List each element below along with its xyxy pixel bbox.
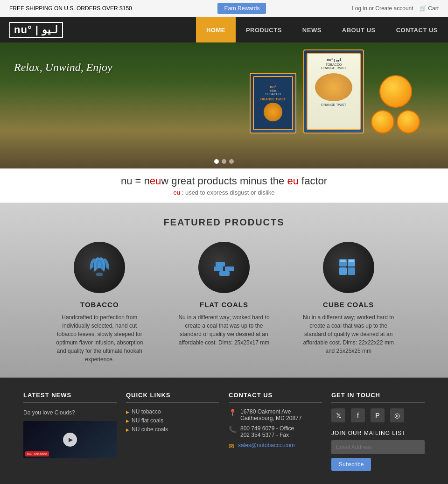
hero-tagline-bar: nu = neuw great products minus the eu fa… [0, 168, 448, 203]
flat-coals-icon-circle [198, 242, 250, 293]
nav-contact[interactable]: CONTACT US [386, 17, 448, 42]
news-item-label: Do you love Clouds? [23, 408, 117, 417]
address-line2: Gaithersburg, MD 20877 [240, 415, 301, 421]
mailing-list-label: JOIN OUR MAILING LIST [331, 430, 425, 436]
footer-contact: CONTACT US 📍 16780 Oakmont Ave Gaithersb… [229, 392, 322, 471]
hero-tagline: Relax, Unwind, Enjoy [14, 61, 112, 74]
quick-link-tobacco[interactable]: NU tobacco [126, 408, 219, 415]
svg-rect-1 [214, 267, 223, 271]
footer-get-in-touch: GET IN TOUCH 𝕏 f P ◎ JOIN OUR MAILING LI… [331, 392, 425, 471]
hero-dot-3[interactable] [229, 159, 234, 164]
footer-latest-news: LATEST NEWS Do you love Clouds? NU Tobac… [23, 392, 117, 471]
cube-coals-name: CUBE COALS [302, 301, 395, 309]
cart-icon: 🛒 [420, 5, 427, 12]
footer-quick-links: QUICK LINKS NU tobacco NU flat coals NU … [126, 392, 219, 471]
twitter-icon[interactable]: 𝕏 [331, 408, 345, 422]
address-line1: 16780 Oakmont Ave [240, 408, 291, 415]
subscribe-button[interactable]: Subscribe [331, 458, 371, 471]
svg-rect-3 [225, 267, 234, 271]
top-bar: FREE SHIPPING ON U.S. ORDERS OVER $150 E… [0, 0, 448, 17]
instagram-icon[interactable]: ◎ [390, 408, 404, 422]
news-thumbnail: NU Tobacco [23, 421, 117, 458]
email-icon: ✉ [229, 442, 234, 450]
hero-highlight-2: eu [287, 175, 298, 187]
flat-coals-name: FLAT COALS [177, 301, 271, 309]
contact-address: 📍 16780 Oakmont Ave Gaithersburg, MD 208… [229, 408, 322, 421]
footer-main: LATEST NEWS Do you love Clouds? NU Tobac… [0, 378, 448, 484]
logo-text: nu° | لـيو [9, 22, 63, 38]
nav-about[interactable]: ABOUT US [332, 17, 386, 42]
address-text: 16780 Oakmont Ave Gaithersburg, MD 20877 [240, 408, 301, 421]
cube-coals-icon [335, 253, 363, 281]
svg-rect-2 [216, 262, 225, 267]
main-nav: HOME PRODUCTS NEWS ABOUT US CONTACT US [196, 17, 448, 42]
nav-home[interactable]: HOME [196, 17, 236, 42]
contact-title: CONTACT US [229, 392, 322, 403]
flat-coals-icon [210, 253, 238, 281]
tobacco-icon [85, 253, 113, 281]
navbar: nu° | لـيو HOME PRODUCTS NEWS ABOUT US C… [0, 17, 448, 42]
hero-sub-text: eu : used to express disgust or dislike [7, 189, 441, 196]
footer-grid: LATEST NEWS Do you love Clouds? NU Tobac… [23, 392, 425, 471]
create-account-link[interactable]: Create account [375, 5, 413, 12]
phone-icon: 📞 [229, 426, 237, 433]
tobacco-name: TOBACCO [53, 301, 146, 309]
products-row: TOBACCO Handcrafted to perfection from i… [37, 242, 411, 364]
hero-banner: Relax, Unwind, Enjoy nu° e50sTOBACCO ORA… [0, 42, 448, 168]
earn-rewards-button[interactable]: Earn Rewards [217, 3, 266, 14]
login-link[interactable]: Log in [352, 5, 367, 12]
hero-dot-1[interactable] [214, 159, 219, 164]
cube-coals-desc: Nu in a different way; worked hard to cr… [302, 313, 395, 355]
hero-main-text: nu = neuw great products minus the eu fa… [7, 175, 441, 187]
contact-email: ✉ sales@nutobacco.com [229, 442, 322, 451]
tobacco-desc: Handcrafted to perfection from individua… [53, 313, 146, 364]
email-link[interactable]: sales@nutobacco.com [238, 442, 295, 449]
quick-link-cube-coals[interactable]: NU cube coals [126, 426, 219, 433]
featured-products-section: FEATURED PRODUCTS TOBACCO Han [0, 203, 448, 378]
account-links: Log in or Create account 🛒 Cart [352, 5, 439, 12]
featured-title: FEATURED PRODUCTS [9, 217, 439, 228]
cube-coals-icon-circle [323, 242, 374, 293]
shipping-text: FREE SHIPPING ON U.S. ORDERS OVER $150 [9, 5, 132, 12]
location-icon: 📍 [229, 409, 237, 416]
fax-number: 202 354 5377 - Fax [240, 432, 289, 438]
svg-rect-4 [219, 271, 230, 276]
svg-rect-10 [349, 260, 354, 262]
svg-rect-7 [339, 267, 347, 275]
news-label: NU Tobacco [25, 451, 49, 456]
latest-news-title: LATEST NEWS [23, 392, 117, 403]
product-tobacco: TOBACCO Handcrafted to perfection from i… [53, 242, 146, 364]
or-text: or [369, 5, 375, 12]
hero-dots [214, 159, 234, 164]
logo: nu° | لـيو [0, 17, 196, 42]
svg-point-0 [96, 273, 103, 276]
hero-eu-label: eu [174, 189, 180, 196]
product-cube-coals: CUBE COALS Nu in a different way; worked… [302, 242, 395, 355]
quick-link-flat-coals[interactable]: NU flat coals [126, 417, 219, 424]
cart-link[interactable]: Cart [428, 5, 439, 12]
product-flat-coals: FLAT COALS Nu in a different way; worked… [177, 242, 271, 347]
contact-phone: 📞 800 749 6079 - Office 202 354 5377 - F… [229, 425, 322, 438]
email-input[interactable] [331, 440, 425, 454]
tobacco-icon-circle [74, 242, 125, 293]
pinterest-icon[interactable]: P [371, 408, 385, 422]
phone-number: 800 749 6079 - Office [240, 425, 294, 432]
phone-text: 800 749 6079 - Office 202 354 5377 - Fax [240, 425, 294, 438]
hero-oranges [371, 75, 420, 133]
video-play-button[interactable] [63, 433, 77, 447]
hero-dot-2[interactable] [222, 159, 226, 164]
social-icons: 𝕏 f P ◎ [331, 408, 425, 422]
get-in-touch-title: GET IN TOUCH [331, 392, 425, 403]
hero-highlight-1: eu [150, 175, 161, 187]
nav-news[interactable]: NEWS [292, 17, 332, 42]
quick-links-title: QUICK LINKS [126, 392, 219, 403]
flat-coals-desc: Nu in a different way; worked hard to cr… [177, 313, 271, 347]
svg-rect-9 [340, 260, 346, 262]
hero-product-small: nu° e50sTOBACCO ORANGE TWIST [250, 73, 296, 133]
nav-products[interactable]: PRODUCTS [236, 17, 292, 42]
hero-product-tall: nu° | لـيو TOBACCOORANGE TWIST ORANGE TW… [303, 49, 364, 133]
facebook-icon[interactable]: f [351, 408, 365, 422]
svg-rect-8 [348, 267, 355, 275]
